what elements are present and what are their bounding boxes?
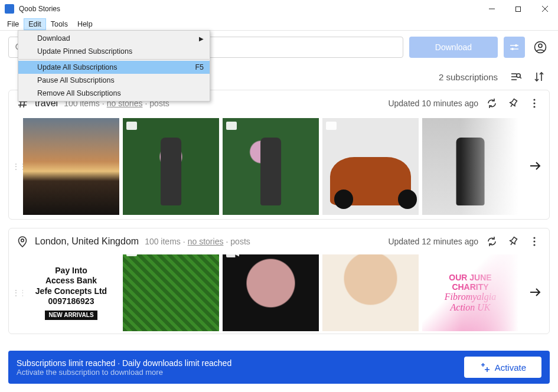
video-badge-icon — [226, 254, 239, 257]
menu-update-all[interactable]: Update All Subscriptions F5 — [18, 61, 210, 74]
window-close-button[interactable] — [531, 0, 558, 18]
limit-banner: Subscriptions limit reached · Daily down… — [8, 351, 550, 384]
menu-update-pinned[interactable]: Update Pinned Subscriptions — [18, 45, 210, 58]
location-icon — [16, 235, 29, 248]
menu-remove-all[interactable]: Remove All Subscriptions — [18, 87, 210, 100]
svg-point-27 — [21, 239, 24, 242]
titlebar: Qoob Stories — [0, 0, 558, 18]
svg-point-29 — [533, 240, 535, 242]
refresh-button[interactable] — [484, 96, 500, 111]
svg-point-28 — [533, 237, 535, 239]
svg-point-7 — [515, 44, 517, 47]
menu-update-all-shortcut: F5 — [195, 63, 204, 71]
drag-handle-icon[interactable]: ⋮⋮ — [12, 289, 19, 297]
banner-main-text: Subscriptions limit reached · Daily down… — [17, 358, 231, 368]
no-stories-link[interactable]: no stories — [188, 237, 224, 246]
thumbnail[interactable]: OUR JUNE CHARITY Fibromyalgia Action UK — [422, 254, 518, 331]
menu-pause-all[interactable]: Pause All Subscriptions — [18, 74, 210, 87]
subscription-updated: Updated 12 minutes ago — [388, 237, 478, 246]
menu-edit[interactable]: Edit — [24, 18, 46, 30]
thumbnail[interactable] — [422, 118, 518, 215]
svg-rect-1 — [516, 6, 521, 11]
media-badge-icon — [126, 254, 137, 256]
menu-tools[interactable]: Tools — [46, 18, 73, 30]
media-badge-icon — [126, 122, 137, 130]
menu-separator — [19, 59, 209, 60]
media-badge-icon — [326, 122, 337, 130]
subscriptions-count: 2 subscriptions — [439, 72, 498, 82]
pin-button[interactable] — [505, 96, 521, 111]
menu-file[interactable]: File — [2, 18, 24, 30]
thumbnail[interactable] — [123, 254, 219, 331]
svg-point-30 — [533, 244, 535, 246]
thumbnail[interactable]: Pay Into Access Bank Jefe Concepts Ltd 0… — [23, 254, 119, 331]
user-icon — [534, 41, 547, 54]
refresh-button[interactable] — [484, 234, 500, 249]
media-badge-icon — [226, 122, 237, 130]
subscription-header: London, United Kingdom 100 items·no stor… — [9, 228, 549, 254]
subscription-meta: 100 items·no stories·posts — [145, 237, 250, 246]
menubar: File Edit Tools Help — [0, 18, 558, 31]
svg-point-11 — [539, 44, 542, 48]
download-button[interactable]: Download — [409, 37, 498, 58]
subscription-name[interactable]: London, United Kingdom — [35, 236, 139, 247]
svg-point-15 — [517, 74, 520, 77]
thumbnail[interactable] — [322, 254, 419, 331]
menu-help[interactable]: Help — [73, 18, 97, 30]
thumbnail-strip: ⋮⋮ — [9, 116, 549, 217]
drag-handle-icon[interactable]: ⋮⋮ — [12, 162, 19, 171]
next-arrow-button[interactable] — [524, 155, 546, 177]
sparkle-icon — [479, 362, 490, 373]
thumbnail-strip: ⋮⋮ Pay Into Access Bank Jefe Concepts Lt… — [9, 254, 549, 331]
thumbnail[interactable] — [223, 254, 319, 331]
thumbnail[interactable] — [23, 118, 119, 215]
search-list-button[interactable] — [510, 71, 521, 83]
svg-point-9 — [511, 48, 514, 50]
pin-button[interactable] — [505, 234, 521, 249]
svg-line-16 — [520, 77, 521, 79]
window-maximize-button[interactable] — [505, 0, 531, 18]
edit-dropdown: Download ▶ Update Pinned Subscriptions U… — [18, 30, 210, 102]
thumbnail[interactable] — [223, 118, 319, 215]
activate-button[interactable]: Activate — [464, 357, 541, 378]
more-button[interactable] — [527, 234, 542, 249]
thumbnail[interactable] — [123, 118, 219, 215]
subscription-updated: Updated 10 minutes ago — [388, 99, 478, 108]
app-title: Qoob Stories — [19, 5, 478, 13]
sliders-icon — [509, 42, 520, 53]
svg-point-25 — [533, 106, 535, 107]
menu-download-label: Download — [37, 34, 70, 43]
subscription-block: travel 100 items·no stories·posts Update… — [8, 90, 550, 220]
sort-button[interactable] — [533, 71, 545, 83]
svg-point-23 — [533, 99, 535, 100]
window-minimize-button[interactable] — [478, 0, 505, 18]
app-icon — [5, 4, 14, 14]
submenu-arrow-icon: ▶ — [199, 35, 204, 42]
next-arrow-button[interactable] — [524, 282, 546, 303]
account-button[interactable] — [531, 38, 550, 57]
menu-download[interactable]: Download ▶ — [18, 32, 210, 45]
banner-sub-text: Activate the subscription to download mo… — [17, 368, 231, 377]
svg-point-24 — [533, 102, 535, 104]
more-button[interactable] — [527, 96, 542, 111]
filter-settings-button[interactable] — [504, 37, 525, 58]
subscription-block: London, United Kingdom 100 items·no stor… — [8, 228, 550, 334]
thumbnail[interactable] — [322, 118, 419, 215]
